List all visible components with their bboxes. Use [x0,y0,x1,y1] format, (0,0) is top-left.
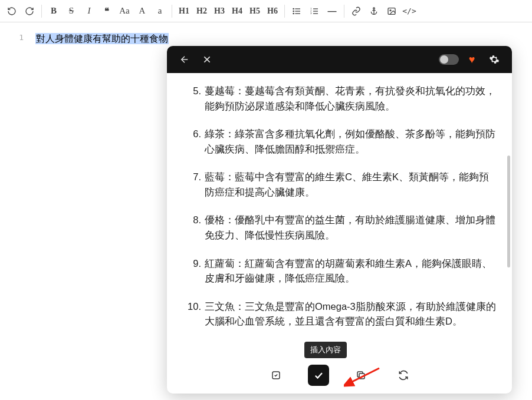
line-number: 1 [0,33,24,42]
popup-header: ♥ [167,46,512,73]
code-button[interactable]: </> [401,3,418,19]
separator [41,5,42,18]
editor-area: 1 對人身體健康有幫助的十種食物 [0,22,532,45]
redo-button[interactable] [21,3,38,19]
popup-footer: 插入內容 [167,357,512,394]
regenerate-button[interactable] [393,365,414,386]
list-item: 10.三文魚：三文魚是豐富的Omega-3脂肪酸來源，有助於維護健康的大腦和心血… [178,299,498,329]
scrollbar-thumb[interactable] [507,156,510,267]
item-text: 藍莓：藍莓中含有豐富的維生素C、維生素K、類黃酮等，能夠預防癌症和提高心臟健康。 [205,170,498,200]
h1-button[interactable]: H1 [176,3,192,19]
italic-button[interactable]: I [81,3,97,19]
line-gutter: 1 [0,33,35,45]
insert-button[interactable] [308,365,329,386]
editor-toolbar: B S I ❝ Aa A a H1 H2 H3 H4 H5 H6 123 — <… [0,0,532,22]
editor-content[interactable]: 對人身體健康有幫助的十種食物 [35,33,532,45]
quote-button[interactable]: ❝ [98,3,115,19]
svg-point-12 [373,8,375,9]
h2-button[interactable]: H2 [193,3,210,19]
list-item: 8.優格：優酪乳中有豐富的益生菌，有助於維護腸道健康、增加身體免疫力、降低慢性疾… [178,213,498,243]
settings-button[interactable] [485,50,504,69]
case-aa-button[interactable]: Aa [116,3,133,19]
ul-button[interactable] [288,3,305,19]
item-text: 蔓越莓：蔓越莓含有類黃酮、花青素，有抗發炎和抗氧化的功效，能夠預防泌尿道感染和降… [205,84,498,114]
svg-rect-21 [359,373,364,379]
separator [172,5,172,18]
svg-point-5 [293,13,294,14]
svg-point-16 [390,9,391,11]
item-number: 10. [178,299,205,329]
close-button[interactable] [198,50,216,69]
bold-button[interactable]: B [45,3,62,19]
h6-button[interactable]: H6 [264,3,281,19]
list-item: 5.蔓越莓：蔓越莓含有類黃酮、花青素，有抗發炎和抗氧化的功效，能夠預防泌尿道感染… [178,84,498,114]
popup-body: 5.蔓越莓：蔓越莓含有類黃酮、花青素，有抗發炎和抗氧化的功效，能夠預防泌尿道感染… [167,73,512,357]
svg-point-3 [293,8,294,9]
back-button[interactable] [175,50,194,69]
insert-tooltip: 插入內容 [304,342,347,358]
item-number: 6. [178,127,205,157]
favorite-button[interactable]: ♥ [462,50,481,69]
item-number: 7. [178,170,205,200]
case-upper-button[interactable]: A [134,3,150,19]
item-text: 優格：優酪乳中有豐富的益生菌，有助於維護腸道健康、增加身體免疫力、降低慢性疾病風… [205,213,498,243]
link-button[interactable] [348,3,364,19]
result-list: 5.蔓越莓：蔓越莓含有類黃酮、花青素，有抗發炎和抗氧化的功效，能夠預防泌尿道感染… [178,84,498,329]
item-text: 紅蘿蔔：紅蘿蔔含有豐富的胡蘿蔔素和維生素A，能夠保護眼睛、皮膚和牙齒健康，降低癌… [205,256,498,286]
svg-text:3: 3 [310,12,312,15]
copy-button[interactable] [350,365,372,386]
case-lower-button[interactable]: a [152,3,168,19]
h3-button[interactable]: H3 [211,3,228,19]
anchor-button[interactable] [366,3,382,19]
ai-popup: ♥ 5.蔓越莓：蔓越莓含有類黃酮、花青素，有抗發炎和抗氧化的功效，能夠預防泌尿道… [167,46,512,394]
hr-button[interactable]: — [324,3,340,19]
separator [344,5,344,18]
h5-button[interactable]: H5 [247,3,263,19]
item-number: 5. [178,84,205,114]
selected-text[interactable]: 對人身體健康有幫助的十種食物 [35,33,169,44]
checkbox-button[interactable] [265,365,287,386]
list-item: 7.藍莓：藍莓中含有豐富的維生素C、維生素K、類黃酮等，能夠預防癌症和提高心臟健… [178,170,498,200]
item-text: 綠茶：綠茶富含多種抗氧化劑，例如優酪酸、茶多酚等，能夠預防心臟疾病、降低膽固醇和… [205,127,498,157]
mode-toggle[interactable] [439,54,459,65]
strike-button[interactable]: S [63,3,80,19]
ol-button[interactable]: 123 [306,3,323,19]
list-item: 6.綠茶：綠茶富含多種抗氧化劑，例如優酪酸、茶多酚等，能夠預防心臟疾病、降低膽固… [178,127,498,157]
item-text: 三文魚：三文魚是豐富的Omega-3脂肪酸來源，有助於維護健康的大腦和心血管系統… [205,299,498,329]
undo-button[interactable] [4,3,20,19]
separator [284,5,285,18]
image-button[interactable] [383,3,400,19]
list-item: 9.紅蘿蔔：紅蘿蔔含有豐富的胡蘿蔔素和維生素A，能夠保護眼睛、皮膚和牙齒健康，降… [178,256,498,286]
h4-button[interactable]: H4 [229,3,245,19]
item-number: 9. [178,256,205,286]
svg-point-4 [293,11,294,11]
item-number: 8. [178,213,205,243]
